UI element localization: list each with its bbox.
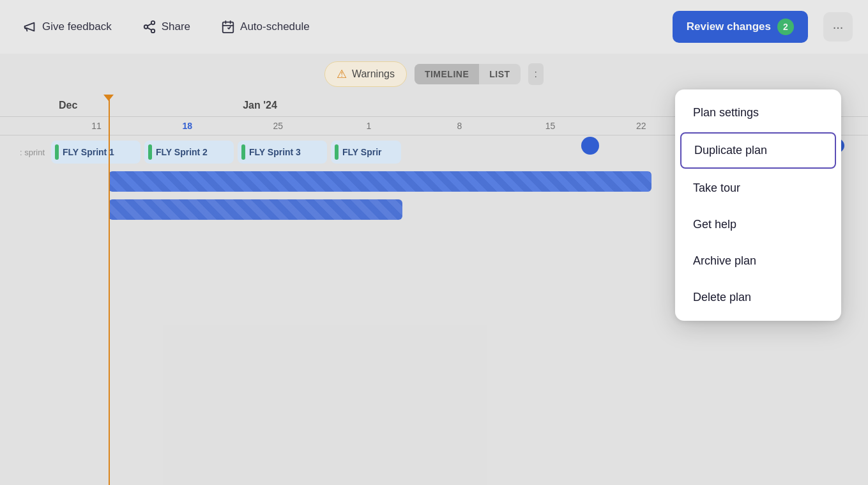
archive-plan-label: Archive plan xyxy=(693,254,756,268)
take-tour-label: Take tour xyxy=(693,181,740,195)
menu-item-duplicate-plan[interactable]: Duplicate plan xyxy=(680,132,836,169)
get-help-label: Get help xyxy=(693,218,736,231)
delete-plan-label: Delete plan xyxy=(693,291,751,304)
menu-item-get-help[interactable]: Get help xyxy=(675,206,841,243)
menu-item-delete-plan[interactable]: Delete plan xyxy=(675,279,841,316)
duplicate-plan-label: Duplicate plan xyxy=(694,144,767,157)
menu-item-archive-plan[interactable]: Archive plan xyxy=(675,243,841,279)
menu-item-plan-settings[interactable]: Plan settings xyxy=(675,95,841,131)
menu-item-take-tour[interactable]: Take tour xyxy=(675,170,841,206)
dropdown-menu: Plan settings Duplicate plan Take tour G… xyxy=(675,89,841,321)
plan-settings-label: Plan settings xyxy=(693,106,759,119)
